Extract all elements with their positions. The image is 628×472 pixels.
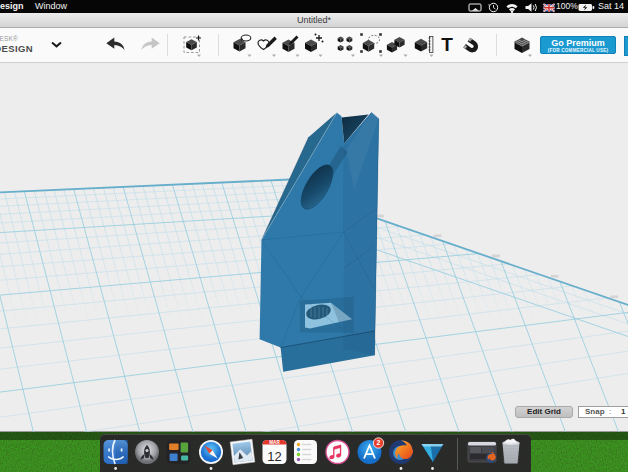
svg-text:2: 2 — [377, 439, 381, 446]
snap-separator: : — [609, 407, 611, 417]
volume-icon[interactable] — [526, 3, 537, 12]
menu-clock[interactable]: Sat 14 — [598, 0, 628, 13]
dock-minimized-window[interactable] — [468, 442, 496, 463]
time-machine-icon[interactable] — [488, 3, 498, 11]
premium-sliver-button[interactable] — [624, 36, 628, 56]
go-premium-button[interactable]: Go Premium (FOR COMMERCIAL USE) — [540, 36, 616, 54]
dock: MAR122 — [100, 434, 531, 472]
tool-combine[interactable] — [387, 37, 405, 53]
dock-itunes[interactable] — [326, 441, 349, 464]
model-clothespin-half[interactable] — [260, 112, 379, 372]
tool-material[interactable] — [515, 38, 530, 54]
battery-charging-icon — [579, 4, 595, 11]
snap-field[interactable]: Snap : 1 — [578, 406, 628, 418]
menu-bar: esign Window 100% Sat 14 — [0, 0, 628, 13]
dock-123d-design[interactable] — [422, 444, 444, 462]
dock-reminders[interactable] — [294, 440, 317, 464]
dock-calendar[interactable]: MAR12 — [263, 440, 287, 464]
menu-item-window[interactable]: Window — [35, 0, 67, 13]
desktop-wallpaper: MAR122 — [0, 432, 628, 472]
dock-separator — [457, 438, 458, 470]
input-flag-icon[interactable] — [544, 4, 555, 12]
dock-icons: MAR122 — [100, 435, 531, 472]
tool-modify[interactable] — [305, 34, 324, 52]
snap-value[interactable]: 1 — [621, 407, 625, 417]
running-indicator-dots — [114, 467, 434, 470]
svg-text:T: T — [441, 34, 453, 55]
tool-transform[interactable] — [234, 35, 251, 51]
tool-grouping[interactable] — [360, 33, 382, 53]
tool-text[interactable]: T — [441, 34, 453, 55]
tool-construct[interactable] — [283, 36, 299, 52]
viewport-svg — [0, 63, 628, 432]
tool-pattern[interactable] — [338, 36, 353, 51]
display-mirroring-icon[interactable] — [469, 4, 481, 11]
app-menu-partial[interactable]: esign — [0, 0, 24, 13]
toolbar: AUTODESK® 123D DESIGN T Go Premium (FOR … — [0, 28, 628, 63]
window-title-bar[interactable]: Untitled* — [0, 13, 628, 28]
go-premium-sublabel: (FOR COMMERCIAL USE) — [541, 48, 615, 53]
window-title: Untitled* — [297, 15, 331, 25]
go-premium-label: Go Premium — [541, 38, 615, 48]
dock-app-store[interactable]: 2 — [358, 438, 384, 464]
tool-measure[interactable] — [415, 37, 433, 53]
dock-trash[interactable] — [503, 439, 520, 464]
dock-photos[interactable] — [230, 439, 255, 465]
undo-button[interactable] — [106, 38, 124, 50]
edit-grid-label: Edit Grid — [527, 407, 561, 416]
dock-finder[interactable] — [104, 440, 128, 464]
dock-safari[interactable] — [199, 440, 223, 464]
dropdown-carets — [197, 55, 532, 58]
dock-mission-control[interactable] — [167, 440, 191, 464]
svg-text:MAR: MAR — [269, 440, 280, 445]
dock-launchpad[interactable] — [135, 440, 159, 464]
tool-insert-primitive[interactable] — [184, 36, 201, 53]
dock-firefox[interactable] — [389, 440, 413, 464]
snap-label: Snap — [585, 407, 605, 417]
edit-grid-button[interactable]: Edit Grid — [515, 406, 573, 418]
svg-text:12: 12 — [267, 449, 281, 464]
viewport-3d[interactable]: Edit Grid Snap : 1 — [0, 63, 628, 432]
tool-snap[interactable] — [463, 38, 480, 55]
tool-sketch[interactable] — [258, 37, 277, 50]
redo-button[interactable] — [142, 38, 160, 50]
wifi-icon[interactable] — [507, 4, 518, 13]
battery-percent: 100% — [556, 0, 578, 13]
